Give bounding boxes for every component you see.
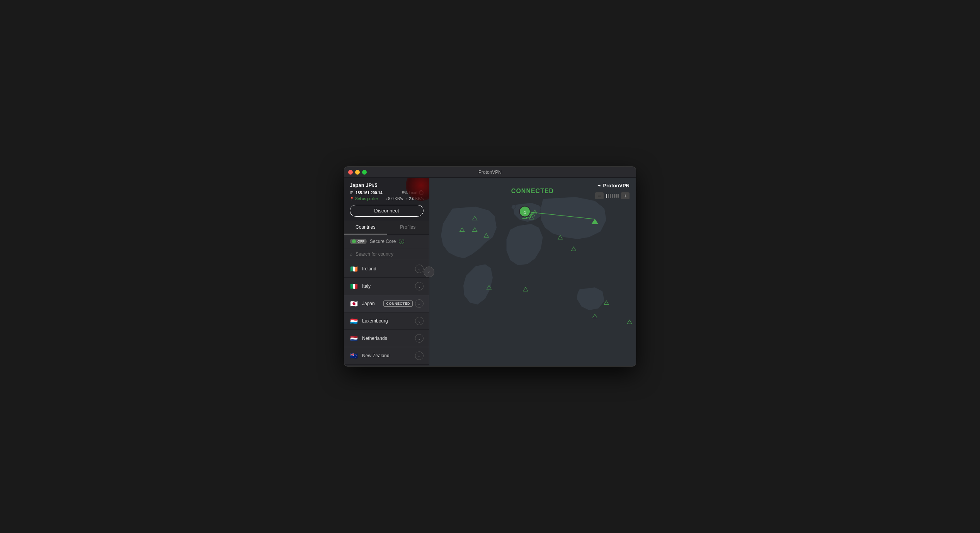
zoom-segment <box>614 194 615 198</box>
zoom-segment <box>618 194 619 198</box>
expand-button[interactable]: ⌄ <box>415 351 424 360</box>
zoom-segment <box>606 194 607 198</box>
app-window: ProtonVPN Japan JP#5 IP: 185.161.200.14 … <box>344 166 636 367</box>
expand-button[interactable]: ⌄ <box>415 265 424 273</box>
secure-core-toggle[interactable]: OFF <box>350 239 367 244</box>
zoom-out-button[interactable]: − <box>595 192 604 199</box>
list-item[interactable]: 🇳🇱 Netherlands ⌄ <box>344 330 429 347</box>
close-button[interactable] <box>348 170 353 175</box>
brand-name: ProtonVPN <box>603 183 630 188</box>
list-item[interactable]: 🇮🇪 Ireland ⌄ <box>344 260 429 278</box>
map-container: ⌂ <box>429 178 636 366</box>
zoom-segment <box>608 194 609 198</box>
list-item[interactable]: 🇮🇹 Italy ⌄ <box>344 278 429 295</box>
window-title: ProtonVPN <box>478 170 502 175</box>
list-item[interactable]: 🇯🇵 Japan CONNECTED ⌄ <box>344 295 429 312</box>
search-input[interactable] <box>356 251 424 257</box>
tabs: Countries Profiles <box>344 221 429 235</box>
expand-button[interactable]: ⌄ <box>415 317 424 325</box>
zoom-in-button[interactable]: + <box>621 192 630 199</box>
titlebar: ProtonVPN <box>344 167 636 178</box>
country-list: 🇮🇪 Ireland ⌄ 🇮🇹 Italy ⌄ 🇯🇵 Japan CONNECT… <box>344 260 429 366</box>
country-name: Italy <box>362 283 415 289</box>
map-panel: ⌂ CONNECTED ⌁ ProtonVPN − <box>429 178 636 366</box>
search-row: ⌕ <box>344 248 429 260</box>
speed-download: 8.0 KB/s <box>385 197 403 201</box>
country-flag: 🇳🇱 <box>350 335 358 342</box>
expand-button[interactable]: ⌄ <box>415 299 424 308</box>
maximize-button[interactable] <box>362 170 367 175</box>
secure-core-label: Secure Core <box>370 239 396 244</box>
server-ip-value: 185.161.200.14 <box>356 191 383 195</box>
secure-core-row: OFF Secure Core i <box>344 235 429 248</box>
country-flag: 🇳🇿 <box>350 352 358 360</box>
country-name: Japan <box>362 301 383 306</box>
country-flag: 🇯🇵 <box>350 300 358 307</box>
list-item[interactable]: 🇱🇺 Luxembourg ⌄ <box>344 312 429 330</box>
secure-core-info-icon[interactable]: i <box>399 239 404 244</box>
brand-label: ⌁ ProtonVPN <box>597 182 630 188</box>
minimize-button[interactable] <box>355 170 360 175</box>
country-name: Luxembourg <box>362 318 415 324</box>
toggle-label: OFF <box>357 239 364 243</box>
connected-status-label: CONNECTED <box>511 188 554 195</box>
disconnect-button[interactable]: Disconnect <box>350 205 424 217</box>
expand-button[interactable]: ⌄ <box>415 282 424 290</box>
search-icon: ⌕ <box>350 251 352 257</box>
country-flag: 🇱🇺 <box>350 317 358 325</box>
zoom-controls: − + <box>595 192 630 199</box>
proton-icon: ⌁ <box>597 182 601 188</box>
zoom-segment <box>612 194 613 198</box>
tab-profiles[interactable]: Profiles <box>387 221 429 234</box>
country-name: New Zealand <box>362 353 415 358</box>
list-item[interactable]: 🇳🇿 New Zealand ⌄ <box>344 347 429 365</box>
country-flag: 🇮🇹 <box>350 283 358 290</box>
collapse-panel-button[interactable]: ‹ <box>424 266 434 277</box>
svg-text:⌂: ⌂ <box>523 209 526 215</box>
toggle-dot <box>352 239 356 243</box>
tab-countries[interactable]: Countries <box>344 221 387 234</box>
zoom-segment <box>616 194 617 198</box>
world-map-svg: ⌂ <box>429 178 636 366</box>
country-name: Ireland <box>362 266 415 272</box>
window-controls <box>348 170 367 175</box>
expand-button[interactable]: ⌄ <box>415 334 424 343</box>
main-layout: Japan JP#5 IP: 185.161.200.14 5% Load Se… <box>344 178 636 366</box>
left-panel: Japan JP#5 IP: 185.161.200.14 5% Load Se… <box>344 178 429 366</box>
server-header: Japan JP#5 IP: 185.161.200.14 5% Load Se… <box>344 178 429 221</box>
set-as-profile[interactable]: Set as profile <box>350 197 378 201</box>
zoom-segment <box>610 194 611 198</box>
server-ip-label: IP: 185.161.200.14 <box>350 191 383 195</box>
country-name: Netherlands <box>362 336 415 341</box>
connected-badge: CONNECTED <box>383 300 413 307</box>
country-flag: 🇮🇪 <box>350 265 358 273</box>
zoom-bar <box>604 194 620 198</box>
